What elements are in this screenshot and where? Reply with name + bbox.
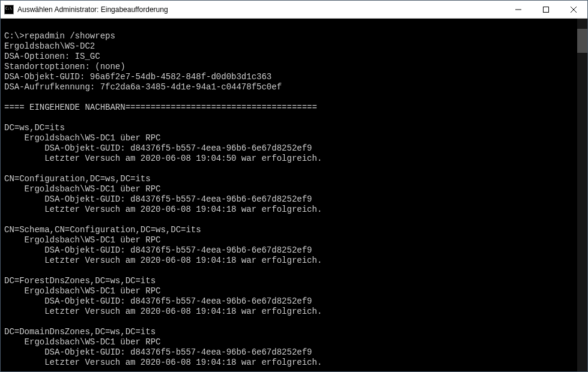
output-line: DSA-Optionen: IS_GC — [4, 52, 100, 61]
partition-dn: CN=Configuration,DC=ws,DC=its — [4, 174, 151, 184]
window-title: Auswählen Administrator: Eingabeaufforde… — [17, 5, 505, 14]
close-button[interactable] — [560, 1, 587, 18]
partition-last: Letzter Versuch am 2020-06-08 19:04:18 w… — [4, 205, 322, 214]
partition-guid: DSA-Objekt-GUID: d84376f5-b557-4eea-96b6… — [4, 143, 312, 153]
partition-source: Ergoldsbach\WS-DC1 über RPC — [4, 184, 160, 194]
partition-dn: CN=Schema,CN=Configuration,DC=ws,DC=its — [4, 225, 201, 235]
partition-source: Ergoldsbach\WS-DC1 über RPC — [4, 133, 160, 143]
maximize-button[interactable] — [532, 1, 560, 18]
partition-last: Letzter Versuch am 2020-06-08 19:04:18 w… — [4, 358, 322, 367]
partition-guid: DSA-Objekt-GUID: d84376f5-b557-4eea-96b6… — [4, 296, 312, 306]
partition-guid: DSA-Objekt-GUID: d84376f5-b557-4eea-96b6… — [4, 245, 312, 255]
output-line: Standortoptionen: (none) — [4, 62, 126, 71]
partition-guid: DSA-Objekt-GUID: d84376f5-b557-4eea-96b6… — [4, 194, 312, 204]
svg-rect-1 — [544, 7, 549, 12]
partition-dn: DC=ws,DC=its — [4, 123, 65, 133]
partition-last: Letzter Versuch am 2020-06-08 19:04:18 w… — [4, 256, 322, 265]
partition-source: Ergoldsbach\WS-DC1 über RPC — [4, 235, 160, 245]
terminal-output[interactable]: C:\>repadmin /showreps Ergoldsbach\WS-DC… — [1, 19, 577, 371]
partition-dn: DC=ForestDnsZones,DC=ws,DC=its — [4, 276, 156, 286]
output-line: DSA-Aufrufkennung: 7fc2da6a-3485-4d1e-94… — [4, 82, 282, 92]
cmd-window: Auswählen Administrator: Eingabeaufforde… — [0, 0, 588, 372]
command-text: repadmin /showreps — [25, 31, 115, 41]
terminal-area[interactable]: C:\>repadmin /showreps Ergoldsbach\WS-DC… — [1, 19, 587, 371]
prompt: C:\> — [4, 31, 25, 41]
partition-last: Letzter Versuch am 2020-06-08 19:04:18 w… — [4, 307, 322, 316]
minimize-button[interactable] — [505, 1, 532, 18]
partition-guid: DSA-Objekt-GUID: d84376f5-b557-4eea-96b6… — [4, 347, 312, 357]
cmd-icon — [4, 5, 14, 14]
output-line: DSA-Objekt-GUID: 96a6f2e7-54db-4582-848f… — [4, 72, 271, 82]
partition-dn: DC=DomainDnsZones,DC=ws,DC=its — [4, 327, 156, 337]
section-header: ==== EINGEHENDE NACHBARN================… — [4, 103, 317, 112]
output-line: Ergoldsbach\WS-DC2 — [4, 41, 95, 51]
scrollbar[interactable] — [577, 19, 587, 371]
partition-last: Letzter Versuch am 2020-06-08 19:04:50 w… — [4, 154, 322, 163]
window-controls — [505, 1, 587, 18]
partition-source: Ergoldsbach\WS-DC1 über RPC — [4, 337, 160, 347]
scrollbar-thumb[interactable] — [577, 29, 587, 53]
partition-source: Ergoldsbach\WS-DC1 über RPC — [4, 286, 160, 296]
titlebar[interactable]: Auswählen Administrator: Eingabeaufforde… — [1, 1, 587, 19]
